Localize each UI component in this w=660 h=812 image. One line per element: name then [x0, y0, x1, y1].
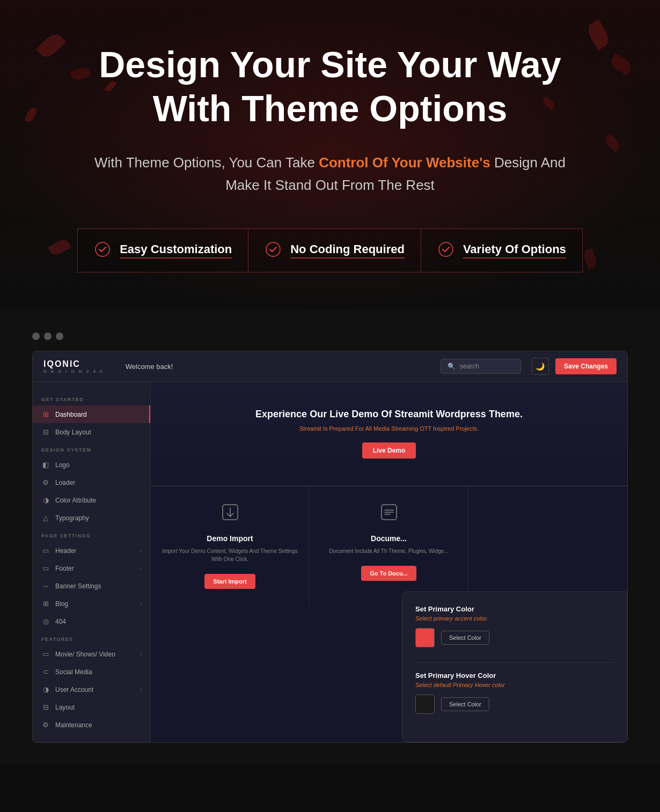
documentation-title: Docume...: [320, 534, 457, 543]
check-icon: [94, 242, 111, 259]
sidebar-item-loader[interactable]: ⚙ Loader: [33, 474, 150, 491]
check-icon: [437, 242, 454, 259]
app-logo-text: IQONIC: [43, 359, 104, 369]
hero-title: Design Your Site Your Way With Theme Opt…: [89, 43, 571, 130]
feature-label-variety: Variety Of Options: [463, 242, 566, 256]
sidebar-item-blog[interactable]: ⊞ Blog ›: [33, 595, 150, 612]
feature-cards: Easy Customization No Coding Required: [78, 228, 582, 272]
app-body: GET STARTED ⊞ Dashboard ⊟ Body Layout DE…: [33, 382, 627, 742]
color-panel-divider: [415, 662, 614, 663]
sidebar-label-404: 404: [55, 618, 66, 625]
hero-subtitle-accent: Control Of Your Website's: [319, 154, 490, 171]
sidebar-label-social-media: Social Media: [55, 668, 92, 676]
sidebar-label-color-attribute: Color Attribute: [55, 497, 96, 504]
sidebar-item-typography[interactable]: △ Typography: [33, 509, 150, 527]
sidebar-item-dashboard[interactable]: ⊞ Dashboard: [33, 405, 150, 423]
hover-color-select-button[interactable]: Select Color: [441, 697, 489, 711]
sidebar-item-movie[interactable]: ▭ Movie/ Shows/ Video ›: [33, 645, 150, 663]
feature-card-no-coding: No Coding Required: [248, 228, 421, 272]
start-import-button[interactable]: Start Import: [204, 574, 255, 589]
sidebar-label-dashboard: Dashboard: [55, 411, 87, 418]
sidebar-item-maintenance[interactable]: ⚙ Maintenance: [33, 716, 150, 734]
chevron-right-icon: ›: [140, 686, 142, 692]
leaf-decoration: [25, 106, 38, 123]
layout-icon: ⊟: [41, 703, 50, 711]
window-dot-maximize: [56, 333, 63, 340]
chevron-right-icon: ›: [140, 601, 142, 607]
primary-color-swatch[interactable]: [415, 628, 435, 647]
go-to-documentation-button[interactable]: Go To Docu...: [361, 566, 416, 581]
sidebar-section-page-settings: PAGE SETTINGS: [33, 527, 150, 542]
documentation-icon: [320, 503, 457, 526]
app-window: IQONIC D E S I G N 2.6.0 Welcome back! 🔍…: [32, 351, 628, 743]
leaf-decoration: [608, 53, 634, 76]
hover-color-row: Set Primary Hover Color Select default P…: [415, 671, 614, 714]
primary-color-select-button[interactable]: Select Color: [441, 631, 489, 645]
leaf-decoration: [582, 248, 599, 270]
leaf-decoration: [48, 237, 71, 257]
sidebar-item-footer[interactable]: ▭ Footer ›: [33, 559, 150, 577]
sidebar-label-blog: Blog: [55, 600, 68, 608]
demo-banner: Experience Our Live Demo Of Streamit Wor…: [151, 382, 627, 486]
hover-color-control: Select Color: [415, 695, 614, 714]
save-changes-button[interactable]: Save Changes: [555, 358, 617, 374]
app-section: IQONIC D E S I G N 2.6.0 Welcome back! 🔍…: [0, 311, 660, 764]
sidebar-section-features: FEATURES: [33, 630, 150, 645]
body-layout-icon: ⊟: [41, 428, 50, 436]
sidebar-section-get-started: GET STARTED: [33, 390, 150, 405]
sidebar-item-color-attribute[interactable]: ◑ Color Attribute: [33, 491, 150, 509]
feature-underline: [463, 257, 566, 259]
svg-point-1: [266, 242, 280, 256]
demo-import-title: Demo Import: [162, 534, 298, 543]
demo-banner-subtitle: Streamit Is Prepared For All Media Strea…: [162, 425, 617, 432]
svg-point-2: [439, 242, 453, 256]
sidebar-label-loader: Loader: [55, 479, 75, 486]
feature-label-coding: No Coding Required: [290, 242, 405, 256]
footer-icon: ▭: [41, 564, 50, 572]
documentation-desc: Document Include All Th Theme, Plugins, …: [320, 547, 457, 555]
demo-import-icon: [162, 503, 298, 526]
sidebar-label-logo: Logo: [55, 461, 70, 469]
loader-icon: ⚙: [41, 478, 50, 486]
movie-icon: ▭: [41, 650, 50, 658]
sidebar-item-header[interactable]: ▭ Header ›: [33, 542, 150, 559]
sidebar-item-404[interactable]: ◎ 404: [33, 612, 150, 630]
window-dot-minimize: [44, 333, 52, 340]
header-icon: ▭: [41, 547, 50, 555]
app-logo: IQONIC D E S I G N 2.6.0: [43, 359, 104, 374]
dark-mode-toggle[interactable]: 🌙: [532, 358, 549, 375]
chevron-right-icon: ›: [140, 565, 142, 571]
window-controls: [32, 333, 628, 340]
primary-color-subtitle: Select primary accent color.: [415, 615, 614, 622]
hover-color-subtitle: Select default Primary Hover color: [415, 682, 614, 688]
primary-color-row: Set Primary Color Select primary accent …: [415, 605, 614, 647]
live-demo-button[interactable]: Live Demo: [362, 442, 416, 459]
feature-card-variety: Variety Of Options: [421, 228, 583, 272]
sidebar-item-logo[interactable]: ◧ Logo: [33, 456, 150, 474]
sidebar-label-body-layout: Body Layout: [55, 429, 91, 436]
chevron-right-icon: ›: [140, 548, 142, 553]
color-attribute-icon: ◑: [41, 496, 50, 504]
leaf-decoration: [585, 19, 612, 50]
app-search-box[interactable]: 🔍 search: [441, 359, 521, 374]
user-account-icon: ◑: [41, 685, 50, 693]
sidebar-item-banner-settings[interactable]: ↔ Banner Settings: [33, 577, 150, 595]
dashboard-icon: ⊞: [41, 410, 50, 418]
hover-color-swatch[interactable]: [415, 695, 435, 714]
sidebar-item-body-layout[interactable]: ⊟ Body Layout: [33, 423, 150, 441]
sidebar-item-layout[interactable]: ⊟ Layout: [33, 698, 150, 716]
primary-color-control: Select Color: [415, 628, 614, 647]
hover-color-title: Set Primary Hover Color: [415, 671, 614, 680]
sidebar-item-social-media[interactable]: ⊂ Social Media: [33, 663, 150, 681]
app-header-right: 🌙 Save Changes: [532, 358, 617, 375]
sidebar-label-banner-settings: Banner Settings: [55, 582, 101, 590]
svg-point-0: [96, 242, 109, 256]
logo-icon: ◧: [41, 461, 50, 469]
sidebar-item-user-account[interactable]: ◑ User Account ›: [33, 681, 150, 698]
app-header: IQONIC D E S I G N 2.6.0 Welcome back! 🔍…: [33, 351, 627, 382]
chevron-right-icon: ›: [140, 651, 142, 657]
404-icon: ◎: [41, 617, 50, 625]
primary-color-title: Set Primary Color: [415, 605, 614, 613]
check-icon: [265, 242, 282, 259]
feature-underline: [120, 257, 232, 259]
